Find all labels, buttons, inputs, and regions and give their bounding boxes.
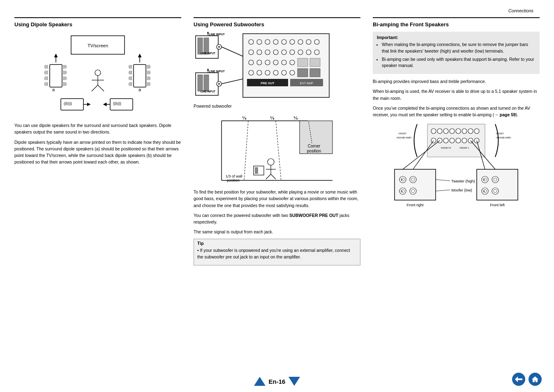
col1-para1: You can use dipole speakers for the surr… bbox=[14, 122, 181, 136]
col-dipole: Using Dipole Speakers TV/screen ((( ((( … bbox=[12, 17, 183, 169]
svg-text:position: position bbox=[227, 178, 240, 182]
col2-para3: The same signal is output from each jack… bbox=[194, 228, 360, 235]
subwoofer-connection-diagram: PRE OUT EXT AMP LINE INPUT bbox=[194, 32, 333, 104]
svg-point-125 bbox=[443, 138, 448, 143]
section-title: Connections bbox=[508, 8, 533, 13]
svg-line-99 bbox=[244, 121, 248, 180]
svg-text:HIGH(BI-AMP): HIGH(BI-AMP) bbox=[496, 136, 511, 139]
svg-text:position: position bbox=[307, 149, 321, 153]
col1-para2: Dipole speakers typically have an arrow … bbox=[14, 139, 181, 166]
svg-text:Corner: Corner bbox=[308, 144, 321, 148]
svg-text:FRONT: FRONT bbox=[399, 132, 407, 135]
important-list: When making the bi-amping connections, b… bbox=[377, 42, 536, 69]
svg-text:Front left: Front left bbox=[490, 203, 505, 207]
svg-rect-108 bbox=[255, 167, 258, 174]
svg-text:TV/screen: TV/screen bbox=[88, 43, 108, 48]
svg-point-121 bbox=[468, 129, 473, 134]
svg-text:))): ))) bbox=[63, 65, 67, 69]
svg-point-152 bbox=[492, 176, 499, 183]
tip-text: • If your subwoofer is unpowered and you… bbox=[197, 247, 357, 261]
home-button[interactable] bbox=[529, 373, 542, 386]
dipole-diagram: TV/screen ((( ((( ((( ((( ))) ))) ))) ))… bbox=[42, 32, 153, 118]
dipole-diagram-area: TV/screen ((( ((( ((( ((( ))) ))) ))) ))… bbox=[14, 32, 181, 118]
svg-text:))): ))) bbox=[147, 65, 150, 69]
col-biamping: Bi-amping the Front Speakers Important: … bbox=[371, 17, 542, 212]
page-number: En-16 bbox=[269, 378, 286, 385]
svg-text:(((: ((( bbox=[44, 65, 48, 69]
svg-text:LINE INPUT: LINE INPUT bbox=[209, 70, 225, 73]
svg-text:FRONT L: FRONT L bbox=[459, 147, 469, 149]
svg-text:))): ))) bbox=[63, 82, 67, 86]
svg-rect-68 bbox=[298, 69, 308, 77]
biamping-diagram-area: FRONT R FRONT L FRONT HIGH(BI-AMP) FRONT… bbox=[373, 122, 540, 208]
svg-text:))): ))) bbox=[147, 82, 150, 86]
svg-line-89 bbox=[222, 79, 243, 84]
svg-text:(((: ((( bbox=[129, 76, 132, 80]
svg-line-100 bbox=[276, 121, 281, 180]
svg-point-146 bbox=[410, 188, 416, 194]
important-title: Important: bbox=[377, 35, 536, 40]
svg-line-106 bbox=[271, 174, 276, 179]
svg-text:+: + bbox=[401, 190, 403, 193]
col1-divider bbox=[14, 17, 181, 18]
col3-para2: When bi-amping is used, the AV receiver … bbox=[373, 88, 540, 101]
col3-title: Bi-amping the Front Speakers bbox=[373, 21, 540, 28]
svg-text:PRE OUT: PRE OUT bbox=[261, 81, 275, 85]
svg-line-105 bbox=[266, 174, 271, 179]
svg-text:FRONT R: FRONT R bbox=[441, 147, 451, 149]
svg-text:LINE INPUT: LINE INPUT bbox=[209, 33, 225, 36]
svg-rect-84 bbox=[198, 75, 203, 91]
svg-text:+: + bbox=[483, 178, 485, 181]
svg-rect-60 bbox=[298, 58, 308, 67]
svg-rect-61 bbox=[310, 58, 320, 67]
svg-point-127 bbox=[456, 138, 461, 143]
svg-point-115 bbox=[431, 129, 436, 134]
svg-rect-137 bbox=[395, 169, 436, 200]
svg-text:EXT AMP: EXT AMP bbox=[300, 81, 313, 85]
svg-text:(((: ((( bbox=[44, 70, 48, 74]
svg-text:LINE INPUT: LINE INPUT bbox=[201, 90, 215, 93]
page-ref-link[interactable]: page 59 bbox=[500, 112, 516, 117]
svg-point-24 bbox=[95, 70, 101, 76]
svg-point-128 bbox=[462, 138, 467, 143]
svg-rect-85 bbox=[204, 75, 209, 91]
svg-point-126 bbox=[450, 138, 455, 143]
svg-text:Tweeter (high): Tweeter (high) bbox=[451, 179, 475, 183]
position-diagram: ⅓ ⅓ ⅓ bbox=[209, 117, 345, 184]
main-content: Using Dipole Speakers TV/screen ((( ((( … bbox=[12, 17, 542, 269]
svg-point-79 bbox=[218, 46, 220, 48]
svg-text:FRONT: FRONT bbox=[496, 132, 504, 135]
col3-para3: Once you've completed the bi-amping conn… bbox=[373, 105, 540, 118]
col2-para1: To find the best position for your subwo… bbox=[194, 189, 360, 209]
svg-text:⅓: ⅓ bbox=[242, 115, 247, 120]
svg-text:a: a bbox=[52, 87, 55, 92]
svg-point-120 bbox=[462, 129, 467, 134]
svg-rect-13 bbox=[134, 65, 146, 87]
svg-text:((b))): ((b))) bbox=[113, 101, 121, 106]
svg-text:))): ))) bbox=[63, 76, 67, 80]
svg-point-157 bbox=[492, 188, 499, 194]
col2-para2: You can connect the powered subwoofer wi… bbox=[194, 212, 360, 226]
svg-text:(((: ((( bbox=[129, 82, 132, 86]
prev-page-button[interactable] bbox=[254, 377, 265, 386]
svg-text:+: + bbox=[483, 190, 485, 193]
svg-text:))): ))) bbox=[147, 76, 150, 80]
next-page-button[interactable] bbox=[289, 377, 300, 386]
subwoofer-diagram-area: PRE OUT EXT AMP LINE INPUT bbox=[194, 32, 360, 113]
svg-line-80 bbox=[222, 47, 243, 56]
svg-rect-148 bbox=[477, 169, 518, 200]
svg-line-28 bbox=[98, 85, 104, 91]
tip-box: Tip • If your subwoofer is unpowered and… bbox=[194, 239, 360, 266]
svg-line-163 bbox=[436, 180, 450, 181]
powered-subwoofer-caption: Powered subwoofer bbox=[194, 104, 232, 108]
svg-text:((b))): ((b))) bbox=[64, 101, 72, 106]
svg-point-88 bbox=[218, 83, 220, 85]
svg-text:1/3 of wall: 1/3 of wall bbox=[226, 174, 242, 178]
back-button[interactable] bbox=[512, 373, 525, 386]
position-diagram-area: ⅓ ⅓ ⅓ bbox=[194, 117, 360, 184]
svg-text:⅓: ⅓ bbox=[270, 115, 275, 120]
svg-text:Front right: Front right bbox=[406, 203, 424, 207]
biamping-diagram: FRONT R FRONT L FRONT HIGH(BI-AMP) FRONT… bbox=[392, 122, 520, 208]
page-number-container: En-16 bbox=[254, 377, 300, 386]
footer-icons bbox=[512, 373, 542, 386]
